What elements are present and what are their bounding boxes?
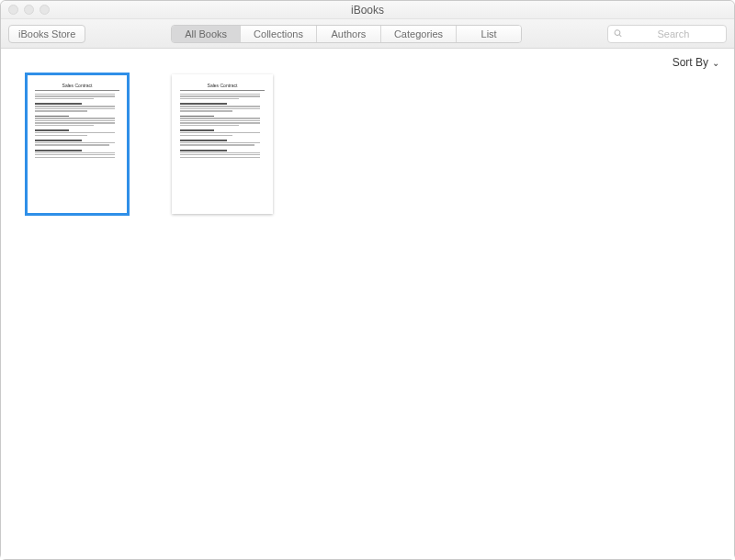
ibooks-window: iBooks iBooks Store All Books Collection… <box>0 0 735 560</box>
document-title: Sales Contract <box>35 82 119 89</box>
book-thumbnail[interactable]: Sales Contract <box>172 74 273 214</box>
search-icon <box>614 28 623 39</box>
chevron-down-icon: ⌄ <box>712 58 719 68</box>
toolbar: iBooks Store All Books Collections Autho… <box>1 19 734 49</box>
tab-authors[interactable]: Authors <box>317 26 381 42</box>
search-input[interactable] <box>627 28 720 39</box>
sort-by-button[interactable]: Sort By ⌄ <box>673 56 719 69</box>
tab-collections[interactable]: Collections <box>241 26 317 42</box>
search-field[interactable] <box>607 25 727 43</box>
library-content: Sort By ⌄ Sales Contract Sales Contract <box>1 49 734 559</box>
window-title: iBooks <box>1 4 734 17</box>
tab-list[interactable]: List <box>457 26 521 42</box>
view-segmented-control: All Books Collections Authors Categories… <box>171 25 522 43</box>
tab-all-books[interactable]: All Books <box>172 26 241 42</box>
sort-by-label: Sort By <box>673 56 708 69</box>
tab-categories[interactable]: Categories <box>381 26 457 42</box>
titlebar: iBooks <box>1 1 734 19</box>
books-grid: Sales Contract Sales Contract <box>27 74 273 214</box>
divider <box>180 90 265 91</box>
document-title: Sales Contract <box>180 82 265 89</box>
ibooks-store-button[interactable]: iBooks Store <box>8 25 85 43</box>
divider <box>35 90 119 91</box>
book-thumbnail[interactable]: Sales Contract <box>27 74 128 214</box>
